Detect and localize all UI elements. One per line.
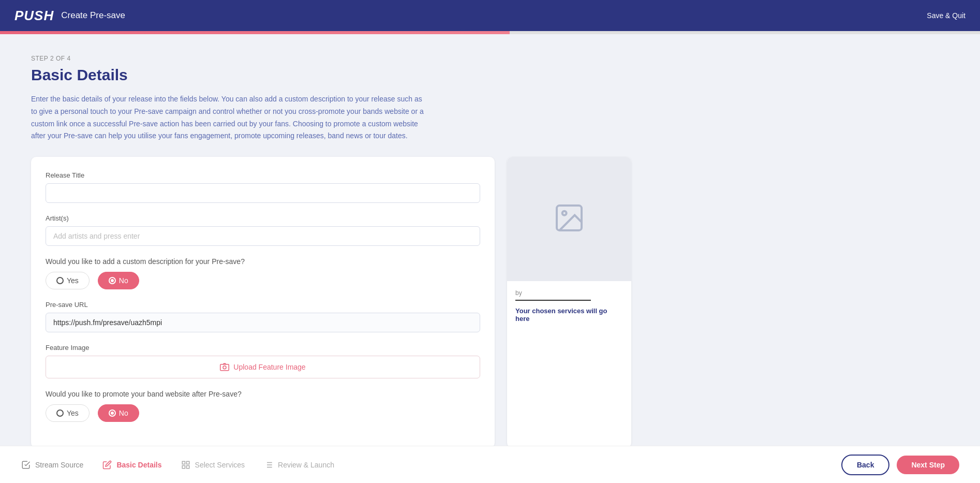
upload-image-button[interactable]: Upload Feature Image (46, 356, 480, 378)
main-content: STEP 2 OF 4 Basic Details Enter the basi… (0, 34, 980, 483)
promote-website-question: Would you like to promote your band webs… (46, 390, 480, 398)
feature-image-group: Feature Image Upload Feature Image (46, 344, 480, 378)
stream-source-label: Stream Source (35, 461, 83, 469)
presave-url-label: Pre-save URL (46, 301, 480, 309)
footer-step-select-services[interactable]: Select Services (181, 460, 245, 470)
preview-title-placeholder (515, 300, 591, 301)
feature-image-label: Feature Image (46, 344, 480, 352)
form-layout: Release Title Artist(s) Would you like t… (31, 157, 631, 448)
promote-yes-option[interactable]: Yes (46, 404, 90, 422)
footer-step-stream-source[interactable]: Stream Source (21, 460, 83, 470)
step-label: STEP 2 OF 4 (31, 55, 949, 62)
footer: Stream Source Basic Details Select S (0, 446, 980, 483)
select-services-label: Select Services (195, 461, 245, 469)
promote-website-radio-group: Yes No (46, 404, 480, 422)
promote-yes-dot (56, 409, 64, 417)
upload-label: Upload Feature Image (233, 363, 305, 371)
artists-group: Artist(s) (46, 214, 480, 246)
header-left: PUSH Create Pre-save (14, 8, 125, 24)
header: PUSH Create Pre-save Save & Quit (0, 0, 980, 31)
svg-point-1 (223, 366, 226, 369)
grid-icon (181, 460, 191, 470)
promote-website-group: Would you like to promote your band webs… (46, 390, 480, 422)
next-step-button[interactable]: Next Step (897, 456, 959, 474)
footer-steps: Stream Source Basic Details Select S (21, 460, 334, 470)
presave-url-input[interactable] (46, 313, 480, 332)
save-quit-button[interactable]: Save & Quit (927, 11, 966, 20)
custom-desc-radio-group: Yes No (46, 272, 480, 289)
basic-details-label: Basic Details (116, 461, 161, 469)
artists-input[interactable] (46, 226, 480, 246)
list-icon (263, 460, 274, 470)
custom-desc-yes-label: Yes (67, 276, 79, 285)
release-title-group: Release Title (46, 171, 480, 203)
promote-no-option[interactable]: No (98, 404, 139, 422)
custom-desc-no-option[interactable]: No (98, 272, 139, 289)
page-title: Basic Details (31, 66, 949, 84)
back-button[interactable]: Back (841, 455, 889, 475)
release-title-label: Release Title (46, 171, 480, 179)
image-placeholder-icon (553, 201, 586, 237)
preview-by: by (515, 289, 623, 297)
custom-desc-question: Would you like to add a custom descripti… (46, 257, 480, 266)
header-title: Create Pre-save (61, 10, 125, 21)
preview-card: by Your chosen services will go here (507, 157, 631, 448)
edit-icon (102, 460, 112, 470)
form-card: Release Title Artist(s) Would you like t… (31, 157, 495, 448)
promote-yes-label: Yes (67, 409, 79, 417)
logo: PUSH (14, 8, 54, 24)
promote-no-dot (109, 409, 116, 417)
description-text: Enter the basic details of your release … (31, 93, 424, 142)
custom-desc-group: Would you like to add a custom descripti… (46, 257, 480, 289)
release-title-input[interactable] (46, 183, 480, 203)
custom-desc-yes-option[interactable]: Yes (46, 272, 90, 289)
preview-image-area (507, 157, 631, 281)
footer-step-basic-details[interactable]: Basic Details (102, 460, 161, 470)
camera-icon (220, 362, 229, 372)
custom-desc-no-dot (109, 277, 116, 284)
artists-label: Artist(s) (46, 214, 480, 222)
review-launch-label: Review & Launch (278, 461, 334, 469)
presave-url-group: Pre-save URL (46, 301, 480, 332)
custom-desc-no-label: No (119, 276, 128, 285)
preview-services-text: Your chosen services will go here (515, 307, 623, 323)
svg-point-3 (562, 211, 567, 215)
svg-rect-0 (220, 364, 229, 371)
custom-desc-yes-dot (56, 277, 64, 284)
promote-no-label: No (119, 409, 128, 417)
svg-rect-4 (182, 461, 185, 464)
svg-rect-7 (182, 465, 185, 468)
svg-rect-5 (186, 461, 189, 464)
check-square-icon (21, 460, 31, 470)
footer-buttons: Back Next Step (841, 455, 959, 475)
preview-info: by Your chosen services will go here (507, 281, 631, 331)
svg-rect-6 (186, 465, 189, 468)
footer-step-review-launch[interactable]: Review & Launch (263, 460, 334, 470)
